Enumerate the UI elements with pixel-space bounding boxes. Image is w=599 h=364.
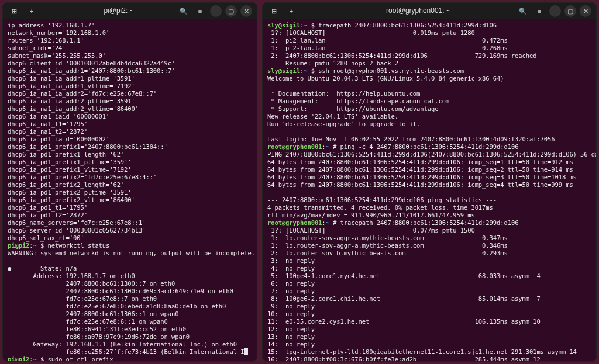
titlebar-left[interactable]: ⊞ + pi@pi2: ~ 🔍 ≡ — ▢ ✕ xyxy=(3,3,257,19)
titlebar-right[interactable]: ⊞ + root@gryphon001: ~ 🔍 ≡ — ▢ ✕ xyxy=(263,3,596,19)
maximize-button[interactable]: ▢ xyxy=(564,5,576,17)
close-button[interactable]: ✕ xyxy=(240,5,252,17)
window-title-left: pi@pi2: ~ xyxy=(60,6,177,16)
menu-button[interactable]: ≡ xyxy=(194,5,206,18)
minimize-button[interactable]: — xyxy=(549,5,561,17)
terminal-window-right: ⊞ + root@gryphon001: ~ 🔍 ≡ — ▢ ✕ sly@sig… xyxy=(262,2,597,362)
menu-button[interactable]: ≡ xyxy=(533,5,546,18)
maximize-button[interactable]: ▢ xyxy=(225,5,237,17)
new-tab-button[interactable]: + xyxy=(25,5,38,18)
search-button[interactable]: 🔍 xyxy=(177,5,190,18)
search-button[interactable]: 🔍 xyxy=(517,5,529,18)
new-tab-button[interactable]: + xyxy=(285,5,298,18)
terminal-icon[interactable]: ⊞ xyxy=(267,5,280,18)
terminal-icon[interactable]: ⊞ xyxy=(8,5,20,18)
terminal-window-left: ⊞ + pi@pi2: ~ 🔍 ≡ — ▢ ✕ ip_address='192.… xyxy=(2,2,257,362)
minimize-button[interactable]: — xyxy=(210,5,222,17)
terminal-body-right[interactable]: sly@sigil:~ $ tracepath 2407:8800:bc61:1… xyxy=(263,19,596,361)
terminal-body-left[interactable]: ip_address='192.168.1.7' network_number=… xyxy=(3,19,257,361)
window-title-right: root@gryphon001: ~ xyxy=(320,6,517,16)
close-button[interactable]: ✕ xyxy=(580,5,591,17)
